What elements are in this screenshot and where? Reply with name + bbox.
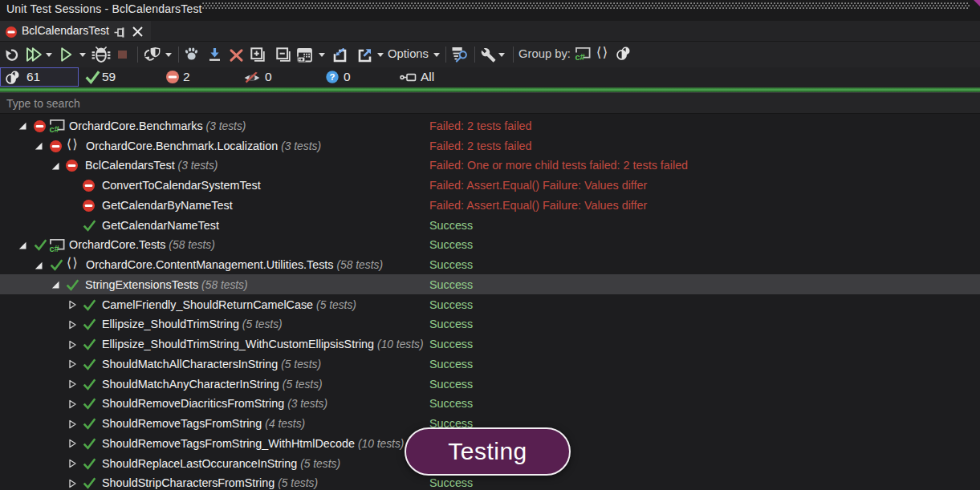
svg-text:c#: c#: [49, 124, 59, 133]
svg-text:?: ?: [329, 72, 335, 82]
svg-text:c#: c#: [49, 244, 59, 253]
svg-text:c#: c#: [575, 52, 584, 61]
